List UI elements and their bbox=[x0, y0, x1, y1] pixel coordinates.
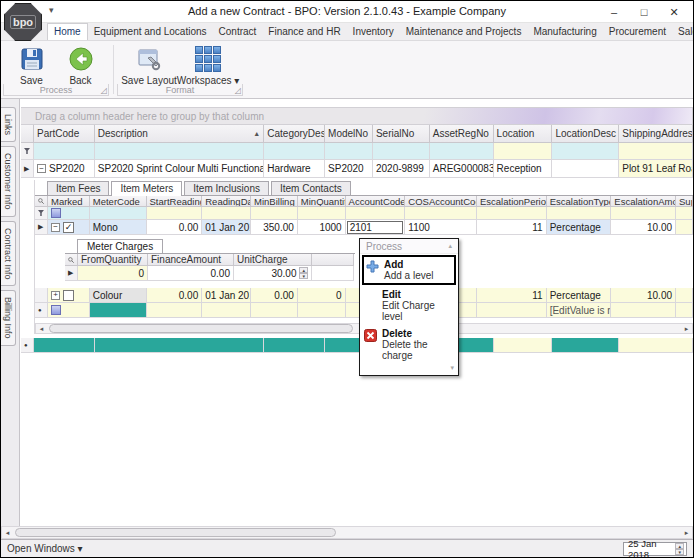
scroll-left-icon[interactable]: ◂ bbox=[2, 529, 13, 537]
column-header-modelno[interactable]: ModelNo bbox=[325, 125, 373, 143]
ribbon-tab-sales[interactable]: Sales bbox=[672, 24, 694, 40]
cell-escalationtype[interactable]: Percentage bbox=[547, 288, 612, 303]
sidebar-tab-customer-info[interactable]: Customer Info bbox=[1, 146, 16, 217]
filter-cell-minbilling[interactable] bbox=[251, 207, 298, 220]
cell-cosaccountcode[interactable]: 1100 bbox=[405, 220, 477, 235]
cell-escalationamount[interactable]: 10.00 bbox=[611, 288, 676, 303]
collapse-caret-icon[interactable]: ▴ bbox=[448, 242, 452, 250]
cell-metercode[interactable]: Mono bbox=[90, 220, 147, 235]
ribbon-tab-finance-and-hr[interactable]: Finance and HR bbox=[262, 24, 346, 40]
sidebar-tab-links[interactable]: Links bbox=[1, 107, 16, 142]
column-header-marked[interactable]: Marked bbox=[48, 196, 90, 207]
filter-cell-modelno[interactable] bbox=[325, 143, 373, 160]
tab-item-fees[interactable]: Item Fees bbox=[47, 181, 109, 195]
filter-cell-escalationperiod[interactable] bbox=[477, 207, 547, 220]
column-header-assetregno[interactable]: AssetRegNo bbox=[430, 125, 494, 143]
column-header-cosaccountcode[interactable]: COSAccountCode bbox=[405, 196, 477, 207]
cell-location[interactable]: Reception bbox=[494, 160, 553, 178]
filter-cell-partcode[interactable] bbox=[34, 143, 95, 160]
cell-serialno[interactable]: 2020-9899 bbox=[373, 160, 430, 178]
column-header-readingdate[interactable]: ReadingDate bbox=[202, 196, 251, 207]
cell-startreading[interactable]: 0.00 bbox=[147, 288, 203, 303]
save-layout-button[interactable]: Save Layout bbox=[121, 44, 177, 86]
column-header-metercode[interactable]: MeterCode bbox=[90, 196, 147, 207]
scroll-left-icon[interactable]: ◂ bbox=[36, 325, 47, 333]
column-header-partcode[interactable]: PartCode bbox=[34, 125, 95, 143]
save-button[interactable]: Save bbox=[7, 44, 56, 86]
tab-item-inclusions[interactable]: Item Inclusions bbox=[184, 181, 269, 195]
filter-cell-cosaccountcode[interactable] bbox=[405, 207, 477, 220]
accountcode-edit-field[interactable]: 2101 bbox=[347, 221, 404, 234]
filter-cell-supp[interactable] bbox=[676, 207, 693, 220]
menu-item-delete[interactable]: DeleteDelete the charge bbox=[360, 325, 458, 364]
checkbox-checked-icon[interactable]: ✓ bbox=[63, 222, 74, 233]
scrollbar-thumb[interactable] bbox=[49, 324, 353, 333]
cell-marked[interactable]: + bbox=[48, 288, 90, 303]
filter-cell-categorydesc[interactable] bbox=[264, 143, 325, 160]
cell-unitcharge[interactable]: 30.00▴▾ bbox=[234, 266, 312, 281]
equipment-grid-hscrollbar[interactable]: ◂ ▸ bbox=[1, 526, 693, 539]
new-cell-locationdesc[interactable] bbox=[552, 338, 619, 353]
cell-escalationamount[interactable] bbox=[611, 303, 676, 318]
date-spinner[interactable]: ▴▾ bbox=[675, 543, 684, 555]
filter-cell-escalationtype[interactable] bbox=[547, 207, 612, 220]
cell-locationdesc[interactable] bbox=[552, 160, 619, 178]
cell-escalationamount[interactable]: 10.00 bbox=[611, 220, 676, 235]
filter-cell-description[interactable] bbox=[95, 143, 264, 160]
column-header-escalationtype[interactable]: EscalationType bbox=[547, 196, 612, 207]
tab-meter-charges[interactable]: Meter Charges bbox=[77, 239, 163, 253]
column-header-location[interactable]: Location bbox=[494, 125, 553, 143]
collapse-row-icon[interactable]: − bbox=[51, 223, 60, 232]
column-header-financeamount[interactable]: FinanceAmount bbox=[148, 254, 234, 266]
ribbon-tab-procurement[interactable]: Procurement bbox=[603, 24, 672, 40]
filter-cell-locationdesc[interactable] bbox=[552, 143, 619, 160]
cell-startreading[interactable]: 0.00 bbox=[147, 220, 203, 235]
ribbon-tab-manufacturing[interactable]: Manufacturing bbox=[527, 24, 602, 40]
close-button[interactable]: ✕ bbox=[659, 1, 689, 23]
filter-cell-startreading[interactable] bbox=[147, 207, 203, 220]
menu-scroll-caret-icon[interactable]: ▾ bbox=[360, 364, 458, 372]
column-header-accountcode[interactable]: AccountCode bbox=[346, 196, 406, 207]
menu-item-add[interactable]: AddAdd a level bbox=[362, 255, 456, 285]
column-header-escalationamount[interactable]: EscalationAmount bbox=[611, 196, 676, 207]
scroll-right-icon[interactable]: ▸ bbox=[681, 325, 692, 333]
filter-cell-location[interactable] bbox=[494, 143, 553, 160]
ribbon-tab-equipment-and-locations[interactable]: Equipment and Locations bbox=[88, 24, 213, 40]
column-header-description[interactable]: Description▲ bbox=[95, 125, 264, 143]
open-windows-button[interactable]: Open Windows ▾ bbox=[7, 543, 83, 554]
group-by-band[interactable]: Drag a column header here to group by th… bbox=[21, 107, 693, 125]
filter-cell-marked[interactable] bbox=[48, 207, 90, 220]
equipment-row-sp2020[interactable]: ▶ −SP2020 SP2020 Sprint Colour Multi Fun… bbox=[21, 160, 693, 178]
ribbon-tab-maintenance-and-projects[interactable]: Maintenance and Projects bbox=[400, 24, 528, 40]
filter-cell-serialno[interactable] bbox=[373, 143, 430, 160]
menu-item-edit[interactable]: EditEdit Charge level bbox=[360, 286, 458, 325]
column-header-categorydesc[interactable]: CategoryDesc bbox=[264, 125, 325, 143]
cell-escalationperiod[interactable] bbox=[477, 303, 547, 318]
new-cell-shippingaddress[interactable] bbox=[619, 338, 693, 353]
cell-assetregno[interactable]: AREG000083 bbox=[430, 160, 494, 178]
tab-item-meters[interactable]: Item Meters bbox=[111, 181, 182, 196]
cell-supp[interactable] bbox=[676, 288, 693, 303]
column-header-fromquantity[interactable]: FromQuantity bbox=[78, 254, 148, 266]
workspaces-button[interactable]: Workspaces ▾ bbox=[177, 44, 239, 86]
ribbon-tab-home[interactable]: Home bbox=[47, 23, 88, 40]
cell-readingdate[interactable]: 01 Jan 2018 bbox=[202, 288, 251, 303]
tab-item-contacts[interactable]: Item Contacts bbox=[271, 181, 351, 195]
cell-modelno[interactable]: SP2020 bbox=[325, 160, 373, 178]
meter-row-mono[interactable]: ▶ −✓ Mono 0.00 01 Jan 2018 350.00 1000 2… bbox=[35, 220, 693, 235]
cell-description[interactable]: SP2020 Sprint Colour Multi Functional Co… bbox=[95, 160, 264, 178]
filter-cell-metercode[interactable] bbox=[90, 207, 147, 220]
column-header-serialno[interactable]: SerialNo bbox=[373, 125, 430, 143]
new-cell-categorydesc[interactable] bbox=[264, 338, 325, 353]
cell-partcode[interactable]: −SP2020 bbox=[34, 160, 95, 178]
column-header-minbilling[interactable]: MinBilling bbox=[251, 196, 298, 207]
cell-metercode-selected[interactable] bbox=[90, 303, 147, 318]
column-header-locationdesc[interactable]: LocationDesc bbox=[552, 125, 619, 143]
cell-readingdate[interactable]: 01 Jan 2018 bbox=[202, 220, 251, 235]
new-cell-location[interactable] bbox=[494, 338, 553, 353]
scroll-right-icon[interactable]: ▸ bbox=[681, 529, 692, 537]
column-header-supp[interactable]: Supp bbox=[676, 196, 693, 207]
cell-escalationperiod[interactable]: 11 bbox=[477, 220, 547, 235]
cell-escalationtype[interactable]: Percentage bbox=[547, 220, 612, 235]
cell-readingdate[interactable] bbox=[202, 303, 251, 318]
